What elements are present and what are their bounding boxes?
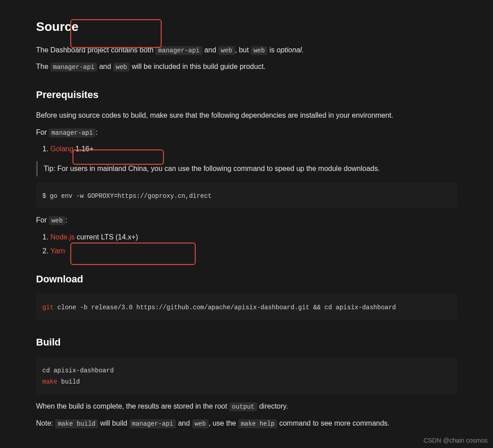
- yarn-link[interactable]: Yarn: [51, 247, 65, 255]
- code-manager-api: manager-api: [51, 63, 97, 72]
- code-content: $ go env -w GOPROXY=https://goproxy.cn,d…: [43, 192, 212, 200]
- build-note: Note: make build will build manager-api …: [36, 418, 457, 429]
- heading-source: Source: [36, 17, 457, 37]
- text: .: [302, 46, 304, 54]
- for-manager-api: For manager-api:: [36, 127, 457, 138]
- text: directory.: [257, 402, 288, 410]
- text: will be included in this build guide pro…: [130, 63, 266, 70]
- cmd-text: build: [57, 378, 80, 385]
- text: The Dashboard project contains both: [36, 46, 156, 54]
- code-content: cd apisix-dashboard make build: [43, 367, 114, 386]
- text: The: [36, 63, 51, 70]
- code-block-build[interactable]: cd apisix-dashboard make build: [36, 357, 457, 394]
- tip-text: Tip: For users in mainland China, you ca…: [44, 165, 380, 172]
- code-make-help: make help: [238, 419, 278, 428]
- code-web: web: [192, 419, 209, 428]
- text: For: [36, 216, 49, 224]
- keyword-git: git: [43, 304, 54, 311]
- code-manager-api: manager-api: [129, 419, 176, 428]
- text: :: [65, 216, 67, 224]
- text: will build: [98, 419, 129, 427]
- watermark: CSDN @chain cosmos: [424, 435, 488, 444]
- source-paragraph-1: The Dashboard project contains both mana…: [36, 44, 457, 56]
- code-web: web: [49, 216, 65, 225]
- web-deps-list: Node.js current LTS (14.x+) Yarn: [51, 231, 457, 257]
- text: is: [267, 46, 276, 54]
- heading-build: Build: [36, 334, 457, 350]
- source-paragraph-2: The manager-api and web will be included…: [36, 61, 457, 73]
- prerequisites-intro: Before using source codes to build, make…: [36, 110, 457, 121]
- text: command to see more commands.: [277, 419, 390, 427]
- text: , but: [235, 46, 251, 54]
- cmd-text: clone -b release/3.0 https://github.com/…: [54, 304, 396, 311]
- code-manager-api: manager-api: [49, 128, 95, 137]
- text: :: [95, 128, 97, 136]
- text-optional: optional: [277, 46, 302, 54]
- list-item: Node.js current LTS (14.x+): [51, 231, 457, 243]
- list-item: Yarn: [51, 245, 457, 257]
- text: When the build is complete, the results …: [36, 402, 229, 410]
- heading-download: Download: [36, 271, 457, 287]
- text: For: [36, 128, 49, 136]
- tip-block: Tip: For users in mainland China, you ca…: [36, 161, 457, 176]
- text: and: [97, 63, 113, 70]
- list-item: Golang 1.16+: [51, 143, 457, 155]
- golang-link[interactable]: Golang: [51, 145, 74, 153]
- code-web: web: [218, 46, 235, 55]
- text: and: [202, 46, 219, 54]
- code-block-download[interactable]: git clone -b release/3.0 https://github.…: [36, 294, 457, 320]
- code-block-goproxy[interactable]: $ go env -w GOPROXY=https://goproxy.cn,d…: [36, 183, 457, 209]
- golang-version: 1.16+: [73, 145, 94, 153]
- document-container: Source The Dashboard project contains bo…: [27, 17, 466, 429]
- text: and: [176, 419, 192, 427]
- nodejs-version: current LTS (14.x+): [75, 233, 138, 241]
- code-make-build: make build: [55, 419, 98, 428]
- text: Note:: [36, 419, 56, 427]
- heading-prerequisites: Prerequisites: [36, 87, 457, 102]
- code-content: git clone -b release/3.0 https://github.…: [43, 304, 396, 311]
- api-deps-list: Golang 1.16+: [51, 143, 457, 155]
- text: , use the: [209, 419, 238, 427]
- nodejs-link[interactable]: Node.js: [51, 233, 75, 241]
- code-web: web: [113, 63, 130, 72]
- build-result: When the build is complete, the results …: [36, 401, 457, 412]
- code-manager-api: manager-api: [155, 46, 202, 55]
- code-output: output: [229, 402, 257, 411]
- for-web: For web:: [36, 214, 457, 226]
- keyword-make: make: [43, 378, 58, 385]
- cmd-text: cd apisix-dashboard: [43, 367, 114, 374]
- code-web: web: [251, 46, 267, 55]
